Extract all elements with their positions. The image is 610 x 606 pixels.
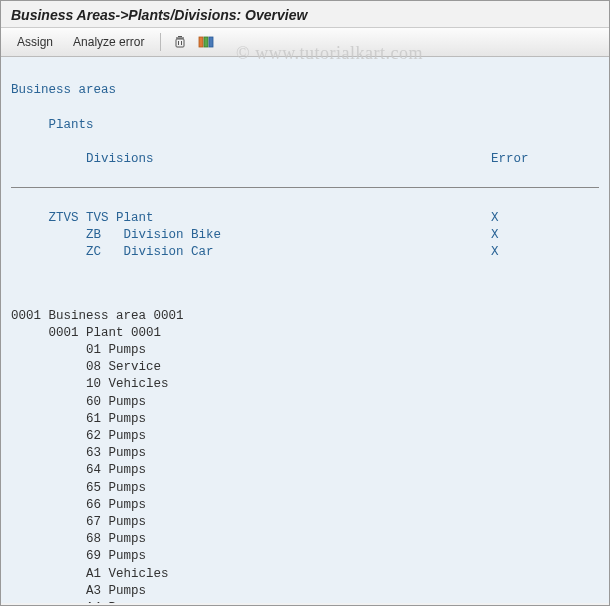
error-row-text: ZB Division Bike <box>11 227 491 244</box>
tree-row-text: 65 Pumps <box>11 480 491 497</box>
error-flag: X <box>491 244 551 261</box>
tree-row: 63 Pumps <box>11 445 599 462</box>
content-area: Business areas Plants DivisionsError ZTV… <box>1 57 609 603</box>
tree-row-text: A1 Vehicles <box>11 566 491 583</box>
page-title: Business Areas->Plants/Divisions: Overvi… <box>1 1 609 27</box>
tree-row-text: 66 Pumps <box>11 497 491 514</box>
layout-icon[interactable] <box>195 32 217 52</box>
tree-row-text: 69 Pumps <box>11 548 491 565</box>
svg-rect-0 <box>176 39 184 47</box>
tree-row: 08 Service <box>11 359 599 376</box>
analyze-error-button[interactable]: Analyze error <box>65 33 152 51</box>
tree-row: 01 Pumps <box>11 342 599 359</box>
tree-row-text: 68 Pumps <box>11 531 491 548</box>
tree-row-text: 08 Service <box>11 359 491 376</box>
tree-row: 69 Pumps <box>11 548 599 565</box>
tree-row: 65 Pumps <box>11 480 599 497</box>
tree-row-text: 62 Pumps <box>11 428 491 445</box>
divider <box>11 187 599 188</box>
tree-row: 67 Pumps <box>11 514 599 531</box>
tree-row-text: 61 Pumps <box>11 411 491 428</box>
tree-row-text: 0001 Business area 0001 <box>11 308 491 325</box>
assign-button[interactable]: Assign <box>9 33 61 51</box>
tree-row-text: 67 Pumps <box>11 514 491 531</box>
tree-row-text: 64 Pumps <box>11 462 491 479</box>
toolbar-separator <box>160 33 161 51</box>
svg-rect-7 <box>209 37 213 47</box>
svg-rect-5 <box>199 37 203 47</box>
tree-row: 68 Pumps <box>11 531 599 548</box>
tree-row-text: 01 Pumps <box>11 342 491 359</box>
tree-row: 10 Vehicles <box>11 376 599 393</box>
error-flag: X <box>491 210 551 227</box>
error-flag: X <box>491 227 551 244</box>
tree-row: 62 Pumps <box>11 428 599 445</box>
tree-row: 66 Pumps <box>11 497 599 514</box>
header-business-areas: Business areas <box>11 82 599 99</box>
svg-rect-6 <box>204 37 208 47</box>
error-row-text: ZTVS TVS Plant <box>11 210 491 227</box>
error-row-text: ZC Division Car <box>11 244 491 261</box>
tree-row: 64 Pumps <box>11 462 599 479</box>
header-error: Error <box>491 151 551 168</box>
tree-row: A4 Pumps <box>11 600 599 603</box>
delete-icon[interactable] <box>169 32 191 52</box>
tree-row: 61 Pumps <box>11 411 599 428</box>
header-plants: Plants <box>11 118 94 132</box>
toolbar: Assign Analyze error <box>1 27 609 57</box>
tree-row-text: 0001 Plant 0001 <box>11 325 491 342</box>
tree-row: 60 Pumps <box>11 394 599 411</box>
tree-row: 0001 Plant 0001 <box>11 325 599 342</box>
error-row: ZB Division BikeX <box>11 227 599 244</box>
header-divisions: Divisions <box>11 152 154 166</box>
tree-row-text: A3 Pumps <box>11 583 491 600</box>
tree-row-text: 10 Vehicles <box>11 376 491 393</box>
error-row: ZTVS TVS PlantX <box>11 210 599 227</box>
tree-row-text: 63 Pumps <box>11 445 491 462</box>
error-row: ZC Division CarX <box>11 244 599 261</box>
tree-row-text: A4 Pumps <box>11 600 491 603</box>
tree-row: A1 Vehicles <box>11 566 599 583</box>
tree-row: 0001 Business area 0001 <box>11 308 599 325</box>
tree-row-text: 60 Pumps <box>11 394 491 411</box>
tree-row: A3 Pumps <box>11 583 599 600</box>
